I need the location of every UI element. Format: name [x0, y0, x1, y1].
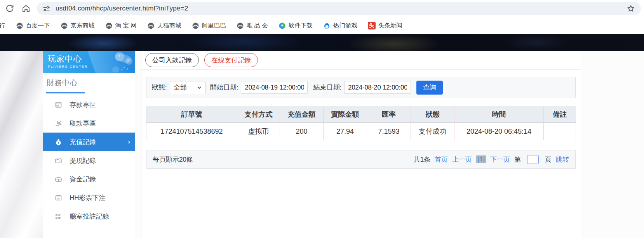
sidebar-item-deposit-zone[interactable]: 存款專區 [43, 95, 135, 114]
bookmark-item-toutiao-news[interactable]: 头 头条新闻 [368, 22, 402, 30]
col-payment-method: 支付方式 [237, 106, 280, 123]
sidebar-item-withdrawal-records[interactable]: 提現記錄 [43, 151, 135, 170]
records-list-icon [54, 212, 63, 221]
money-bag-icon: ¥ [54, 138, 63, 146]
bookmark-label: 京东商城 [71, 22, 95, 30]
bookmark-item-software-download[interactable]: 软件下载 [278, 22, 313, 30]
tab-online-payment-records[interactable]: 在線支付記錄 [204, 53, 258, 67]
toutiao-favicon-icon: 头 [368, 22, 376, 29]
start-date-label: 開始日期: [210, 83, 238, 92]
sidebar-item-funds-records[interactable]: 資金記錄 [43, 170, 135, 188]
bookmark-label: 百度一下 [26, 22, 50, 30]
chevron-right-icon: › [128, 138, 130, 146]
tab-company-deposit-records[interactable]: 公司入款記錄 [145, 53, 199, 67]
site-info-icon[interactable] [42, 5, 50, 13]
svg-text:¥: ¥ [57, 140, 59, 144]
cell-order-no: 1724107514538692 [146, 123, 237, 140]
col-remark: 備註 [544, 106, 576, 123]
gamepad-icon [97, 51, 134, 72]
globe-favicon-icon [16, 22, 23, 29]
sidebar-item-hh-lottery-bets[interactable]: HH彩票下注 [43, 188, 135, 207]
end-date-label: 結束日期: [313, 83, 341, 92]
prev-page-link[interactable]: 上一页 [452, 155, 472, 164]
sidebar-item-label: 提現記錄 [70, 156, 96, 165]
cell-actual-amount: 27.94 [324, 123, 367, 140]
first-page-link[interactable]: 首页 [435, 155, 448, 164]
reload-icon[interactable] [5, 4, 14, 13]
sidebar-item-label: HH彩票下注 [70, 193, 106, 202]
bookmark-star-icon[interactable] [627, 4, 635, 13]
sidebar: 玩家中心 PLAYERS CENTER 財務中心 [43, 51, 135, 238]
filter-panel: 狀態: 全部 開始日期: 結束日期: 查詢 [146, 77, 576, 98]
globe-favicon-icon [105, 22, 113, 29]
bookmark-item-tmall[interactable]: 天猫商城 [147, 22, 181, 30]
col-time: 時間 [454, 106, 544, 123]
bookmark-item-jd[interactable]: 京东商城 [61, 22, 95, 30]
next-page-link[interactable]: 下一页 [490, 155, 510, 164]
bookmark-item-alibaba[interactable]: 阿里巴巴 [192, 22, 226, 30]
globe-favicon-icon [237, 22, 244, 29]
bookmark-item-baidu[interactable]: 百度一下 [16, 22, 50, 30]
cell-payment-method: 虚拟币 [237, 123, 280, 140]
bookmark-item-taobao[interactable]: 淘 宝 网 [105, 22, 137, 30]
col-status: 狀態 [411, 106, 454, 123]
status-select[interactable]: 全部 [170, 81, 205, 94]
sidebar-item-label: 取款專區 [70, 119, 96, 128]
url-text: usdt04.com/hhcp/usercenter.html?iniType=… [56, 5, 188, 12]
section-title-underline [46, 92, 85, 93]
sidebar-item-label: 資金記錄 [70, 175, 96, 184]
cell-exchange-rate: 7.1593 [367, 123, 411, 140]
browser-window: usdt04.com/hhcp/usercenter.html?iniType=… [0, 0, 644, 238]
home-icon[interactable] [21, 4, 31, 13]
main-panel: 公司入款記錄 在線支付記錄 狀態: 全部 開始日期: 結束日期: 查詢 [141, 51, 581, 238]
col-actual-amount: 實際金額 [324, 106, 367, 123]
page-body: 玩家中心 PLAYERS CENTER 財務中心 [0, 51, 644, 238]
cell-remark [544, 123, 576, 140]
current-page-indicator[interactable]: [1] [476, 155, 486, 163]
bookmark-label: 热门游戏 [333, 22, 357, 30]
pagination-controls: 共1条 首页 上一页 [1] 下一页 第 页 跳转 [414, 155, 569, 164]
col-exchange-rate: 匯率 [367, 106, 411, 123]
wallet-icon [54, 157, 63, 165]
sidebar-item-label: 存款專區 [70, 100, 96, 109]
bookmark-item-hot-games[interactable]: 热门游戏 [323, 22, 357, 30]
bookmark-label: 头条新闻 [378, 22, 402, 30]
sidebar-menu: 存款專區 取款專區 ¥ 充值記錄 › [43, 95, 135, 226]
cell-time: 2024-08-20 06:45:14 [454, 123, 544, 140]
chevron-down-icon [197, 85, 202, 90]
globe-favicon-icon [192, 22, 199, 29]
status-label: 狀態: [152, 83, 167, 92]
bookmark-label: 阿里巴巴 [202, 22, 226, 30]
section-title-finance-center: 財務中心 [47, 78, 135, 88]
query-button[interactable]: 查詢 [416, 81, 443, 95]
purse-icon [54, 175, 63, 183]
sidebar-item-recharge-records[interactable]: ¥ 充值記錄 › [43, 133, 135, 151]
browser-toolbar: usdt04.com/hhcp/usercenter.html?iniType=… [0, 0, 644, 17]
jump-page-input[interactable] [527, 155, 539, 164]
globe-favicon-icon [61, 22, 68, 29]
players-center-subtitle: PLAYERS CENTER [48, 65, 135, 69]
records-table: 訂單號 支付方式 充值金額 實際金額 匯率 狀態 時間 備註 172410751… [146, 106, 576, 140]
page-size-text: 每頁顯示20條 [153, 155, 193, 164]
cell-recharge-amount: 200 [280, 123, 324, 140]
start-date-input[interactable] [241, 81, 308, 94]
download-favicon-icon [278, 22, 286, 29]
bookmarks-bar: 行 百度一下 京东商城 淘 宝 网 天猫商城 阿里巴巴 唯 品 会 软件下载 [0, 17, 644, 34]
sidebar-item-withdraw-zone[interactable]: 取款專區 [43, 114, 135, 133]
end-date-input[interactable] [344, 81, 411, 94]
jump-suffix-text: 页 [545, 155, 552, 164]
players-center-title: 玩家中心 [48, 53, 135, 64]
sidebar-item-label: 廳室投註記錄 [70, 212, 109, 221]
sidebar-header: 玩家中心 PLAYERS CENTER [43, 51, 135, 73]
total-count-text: 共1条 [414, 155, 430, 164]
table-header-row: 訂單號 支付方式 充值金額 實際金額 匯率 狀態 時間 備註 [146, 106, 576, 123]
deposit-terminal-icon [54, 101, 63, 109]
jump-prefix-text: 第 [514, 155, 521, 164]
url-bar[interactable]: usdt04.com/hhcp/usercenter.html?iniType=… [37, 2, 641, 15]
sidebar-item-room-bet-records[interactable]: 廳室投註記錄 [43, 207, 135, 226]
jump-go-link[interactable]: 跳转 [556, 155, 569, 164]
status-select-value: 全部 [174, 83, 187, 92]
bookmark-item-partial[interactable]: 行 [0, 22, 5, 30]
col-recharge-amount: 充值金額 [280, 106, 324, 123]
bookmark-item-vip[interactable]: 唯 品 会 [237, 22, 268, 30]
